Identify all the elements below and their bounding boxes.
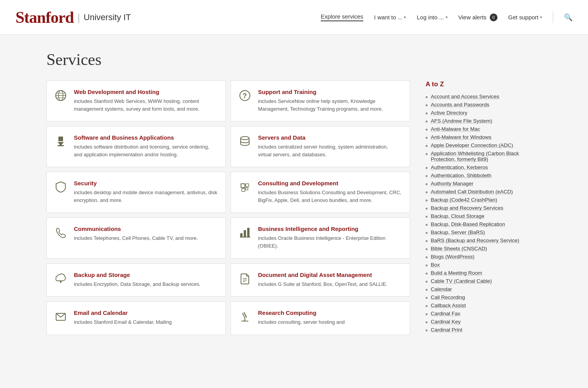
atoz-link[interactable]: Active Directory	[431, 110, 467, 116]
atoz-link[interactable]: Calendar	[431, 286, 452, 292]
atoz-link[interactable]: Backup (Code42 CrashPlan)	[431, 197, 497, 203]
svg-point-10	[241, 137, 249, 140]
service-title[interactable]: Research Computing	[258, 309, 345, 316]
service-title[interactable]: Support and Training	[258, 89, 403, 95]
atoz-link[interactable]: Account and Access Services	[431, 94, 499, 99]
atoz-link[interactable]: Cardinal Key	[431, 319, 460, 325]
service-title[interactable]: Email and Calendar	[74, 309, 172, 316]
atoz-list-item: Automated Call Distribution (eACD)	[426, 189, 542, 195]
atoz-link[interactable]: Authentication, Shibboleth	[431, 173, 491, 178]
svg-text:?: ?	[243, 92, 247, 100]
service-title[interactable]: Business Intelligence and Reporting	[258, 226, 403, 232]
main-content: Services Web Development and Hosting inc…	[23, 35, 565, 350]
atoz-link[interactable]: Cardinal Print	[431, 327, 462, 333]
atoz-link[interactable]: BaRS (Backup and Recovery Service)	[431, 238, 519, 243]
service-card[interactable]: Software and Business Applications inclu…	[46, 126, 226, 167]
atoz-link[interactable]: Blogs (WordPress)	[431, 254, 474, 260]
atoz-list-item: Authority Manager	[426, 181, 542, 186]
service-title[interactable]: Servers and Data	[258, 134, 403, 141]
atoz-link[interactable]: Call Recording	[431, 294, 465, 300]
svg-rect-12	[246, 184, 249, 187]
atoz-list-item: BaRS (Backup and Recovery Service)	[426, 238, 542, 243]
atoz-link[interactable]: Authority Manager	[431, 181, 473, 186]
service-title[interactable]: Document and Digital Asset Management	[258, 272, 388, 278]
service-icon	[54, 135, 68, 150]
atoz-link[interactable]: Backup, Disk-Based Replication	[431, 221, 505, 227]
atoz-link[interactable]: Automated Call Distribution (eACD)	[431, 189, 513, 195]
atoz-list-item: Authentication, Shibboleth	[426, 173, 542, 178]
atoz-list-item: Blogs (WordPress)	[426, 254, 542, 260]
header: Stanford | University IT Explore service…	[0, 0, 588, 35]
atoz-link[interactable]: Backup and Recovery Services	[431, 205, 503, 211]
atoz-link[interactable]: AFS (Andrew File System)	[431, 118, 492, 124]
service-title[interactable]: Security	[74, 180, 219, 186]
search-button[interactable]: 🔍	[564, 13, 573, 22]
atoz-link[interactable]: Cardinal Fax	[431, 311, 460, 316]
service-card[interactable]: Document and Digital Asset Management in…	[231, 263, 410, 297]
svg-rect-11	[241, 184, 245, 188]
service-desc: includes G Suite at Stanford, Box, OpenT…	[258, 280, 388, 288]
svg-rect-15	[240, 233, 243, 237]
service-card[interactable]: Consulting and Development includes Busi…	[231, 172, 410, 213]
service-icon	[54, 272, 68, 287]
nav-i-want-to[interactable]: I want to ... ▾	[374, 14, 406, 21]
service-icon	[238, 181, 252, 196]
nav-get-support-caret: ▾	[540, 15, 542, 19]
service-card[interactable]: Email and Calendar includes Stanford Ema…	[46, 301, 226, 335]
atoz-link[interactable]: Callback Assist	[431, 303, 466, 308]
atoz-list-item: Accounts and Passwords	[426, 102, 542, 108]
atoz-list-item: Bible Sheets (CNSCAD)	[426, 246, 542, 251]
service-card[interactable]: Web Development and Hosting includes Sta…	[46, 80, 226, 121]
service-title[interactable]: Backup and Storage	[74, 272, 200, 278]
service-desc: includes Stanford Web Services, WWW host…	[74, 97, 219, 113]
service-desc: includes Business Solutions Consulting a…	[258, 189, 403, 204]
service-card[interactable]: Backup and Storage includes Encryption, …	[46, 263, 226, 297]
logo-area: Stanford | University IT	[15, 8, 131, 27]
service-icon	[54, 310, 68, 325]
atoz-link[interactable]: Backup, Cloud Storage	[431, 213, 484, 219]
atoz-link[interactable]: Anti-Malware for Windows	[431, 134, 491, 140]
service-card[interactable]: Communications includes Telephones, Cell…	[46, 217, 226, 258]
nav-explore-services[interactable]: Explore services	[321, 13, 363, 21]
service-desc: includes consulting, server hosting and	[258, 318, 345, 326]
service-card[interactable]: Servers and Data includes centralized se…	[231, 126, 410, 167]
nav-view-alerts[interactable]: View alerts 0	[458, 14, 497, 21]
page-title: Services	[46, 50, 542, 69]
atoz-list-item: Anti-Malware for Windows	[426, 134, 542, 140]
service-card[interactable]: Business Intelligence and Reporting incl…	[231, 217, 410, 258]
service-info: Business Intelligence and Reporting incl…	[258, 226, 403, 250]
logo-stanford[interactable]: Stanford	[15, 8, 74, 27]
atoz-link[interactable]: Bible Sheets (CNSCAD)	[431, 246, 487, 251]
atoz-heading: A to Z	[426, 80, 542, 88]
service-card[interactable]: ? Support and Training includes ServiceN…	[231, 80, 410, 121]
atoz-link[interactable]: Apple Developer Connection (ADC)	[431, 142, 513, 148]
atoz-list-item: Backup, Cloud Storage	[426, 213, 542, 219]
atoz-list-item: Build a Meeting Room	[426, 270, 542, 276]
atoz-link[interactable]: Cable TV (Cardinal Cable)	[431, 278, 492, 284]
service-icon	[238, 310, 252, 325]
atoz-link[interactable]: Accounts and Passwords	[431, 102, 489, 108]
service-info: Backup and Storage includes Encryption, …	[74, 272, 200, 288]
nav-log-into[interactable]: Log into ... ▾	[417, 14, 447, 21]
nav-get-support[interactable]: Get support ▾	[508, 14, 542, 21]
atoz-link[interactable]: Build a Meeting Room	[431, 270, 482, 276]
service-title[interactable]: Communications	[74, 226, 198, 232]
atoz-list-item: Calendar	[426, 286, 542, 292]
service-title[interactable]: Consulting and Development	[258, 180, 403, 186]
atoz-link[interactable]: Authentication, Kerberos	[431, 164, 488, 170]
atoz-link[interactable]: Backup, Server (BaRS)	[431, 229, 485, 235]
atoz-link[interactable]: Application Whitelisting (Carbon Black P…	[431, 150, 542, 162]
service-card[interactable]: Security includes desktop and mobile dev…	[46, 172, 226, 213]
service-card[interactable]: Research Computing includes consulting, …	[231, 301, 410, 335]
nav-i-want-to-caret: ▾	[404, 15, 406, 19]
service-title[interactable]: Software and Business Applications	[74, 134, 219, 141]
svg-rect-17	[247, 228, 250, 237]
services-grid: Web Development and Hosting includes Sta…	[46, 80, 410, 335]
service-icon	[54, 89, 68, 104]
atoz-list-item: Apple Developer Connection (ADC)	[426, 142, 542, 148]
service-title[interactable]: Web Development and Hosting	[74, 89, 219, 95]
service-info: Consulting and Development includes Busi…	[258, 180, 403, 204]
service-info: Web Development and Hosting includes Sta…	[74, 89, 219, 113]
atoz-link[interactable]: Anti-Malware for Mac	[431, 126, 480, 132]
atoz-link[interactable]: Box	[431, 262, 439, 268]
